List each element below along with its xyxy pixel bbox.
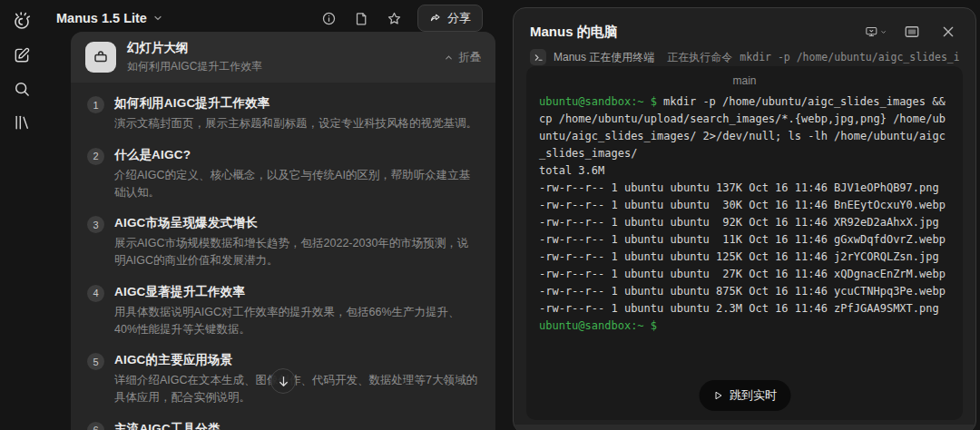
slides-icon <box>85 42 116 73</box>
terminal-window: main ubuntu@sandbox:~ $mkdir -p /home/ub… <box>526 66 963 420</box>
item-number: 6 <box>87 422 104 430</box>
terminal-prompt-end: ubuntu@sandbox:~ $ <box>539 318 950 335</box>
manus-logo-icon[interactable] <box>8 8 35 35</box>
header-actions: 分享 <box>316 5 483 32</box>
card-subtitle: 如何利用AIGC提升工作效率 <box>127 59 262 74</box>
item-desc: 详细介绍AIGC在文本生成、图像创作、代码开发、数据处理等7大领域的具体应用，配… <box>114 372 477 406</box>
item-desc: 展示AIGC市场规模数据和增长趋势，包括2022-2030年的市场预测，说明AI… <box>114 235 477 269</box>
outline-item: 6 主流AIGC工具分类 按功能分类介绍主流AIGC工具，包括文本类(ChatG… <box>87 421 477 430</box>
item-desc: 用具体数据说明AIGC对工作效率的提升效果，包括66%生产力提升、40%性能提升… <box>114 304 477 338</box>
computer-panel-header: Manus 的电脑 <box>514 8 975 46</box>
slide-outline-card-header[interactable]: 幻灯片大纲 如何利用AIGC提升工作效率 折叠 <box>71 32 495 83</box>
computer-panel-title: Manus 的电脑 <box>530 24 618 41</box>
screen-icon <box>904 24 920 40</box>
terminal-icon <box>530 49 546 65</box>
terminal-file-line: -rw-r--r-- 1 ubuntu ubuntu 92K Oct 16 11… <box>539 214 950 231</box>
jump-to-live-button[interactable]: 跳到实时 <box>699 380 790 411</box>
collapse-label: 折叠 <box>458 50 481 65</box>
outline-item: 1 如何利用AIGC提升工作效率 演示文稿封面页，展示主标题和副标题，设定专业科… <box>87 95 477 132</box>
item-title: 如何利用AIGC提升工作效率 <box>114 95 477 112</box>
terminal-file-line: -rw-r--r-- 1 ubuntu ubuntu 125K Oct 16 1… <box>539 249 950 266</box>
chevron-down-icon <box>152 13 163 24</box>
outline-item: 2 什么是AIGC? 介绍AIGC的定义、核心概念，以及它与传统AI的区别，帮助… <box>87 147 477 201</box>
terminal-file-line: -rw-r--r-- 1 ubuntu ubuntu 875K Oct 16 1… <box>539 283 950 300</box>
arrow-down-icon <box>277 375 290 388</box>
display-select-button[interactable] <box>865 21 887 43</box>
outline-item: 3 AIGC市场呈现爆发式增长 展示AIGC市场规模数据和增长趋势，包括2022… <box>87 215 477 269</box>
card-title: 幻灯片大纲 <box>127 40 262 56</box>
close-icon <box>941 24 956 39</box>
item-title: 什么是AIGC? <box>114 147 477 163</box>
session-title: Manus 1.5 Lite <box>56 11 147 25</box>
monitor-icon <box>865 24 878 40</box>
terminal-file-line: -rw-r--r-- 1 ubuntu ubuntu 137K Oct 16 1… <box>539 180 950 197</box>
status-primary: Manus 正在使用终端 <box>554 50 654 65</box>
jump-to-live-label: 跳到实时 <box>730 387 777 404</box>
terminal-file-line: -rw-r--r-- 1 ubuntu ubuntu 30K Oct 16 11… <box>539 197 950 214</box>
terminal-tab: main <box>539 74 950 87</box>
collapse-toggle[interactable]: 折叠 <box>444 50 481 65</box>
item-title: AIGC市场呈现爆发式增长 <box>114 215 477 231</box>
chevron-down-icon <box>880 28 887 36</box>
chevron-up-icon <box>444 53 454 63</box>
terminal-file-line: -rw-r--r-- 1 ubuntu ubuntu 2.3M Oct 16 1… <box>539 300 950 318</box>
item-desc: 演示文稿封面页，展示主标题和副标题，设定专业科技风格的视觉基调。 <box>114 115 477 132</box>
play-icon <box>712 390 723 401</box>
playback-bar[interactable] <box>514 425 975 430</box>
terminal-file-line: -rw-r--r-- 1 ubuntu ubuntu 27K Oct 16 11… <box>539 266 950 283</box>
share-label: 分享 <box>447 10 471 26</box>
export-file-button[interactable] <box>348 5 374 31</box>
outline-item: 4 AIGC显著提升工作效率 用具体数据说明AIGC对工作效率的提升效果，包括6… <box>87 284 477 338</box>
item-number: 4 <box>87 285 104 302</box>
search-icon[interactable] <box>8 75 35 103</box>
terminal-output: ubuntu@sandbox:~ $mkdir -p /home/ubuntu/… <box>539 93 950 335</box>
item-title: AIGC显著提升工作效率 <box>114 284 477 300</box>
computer-panel-actions <box>865 21 959 43</box>
star-icon <box>387 11 402 26</box>
file-icon <box>354 11 369 26</box>
card-titles: 幻灯片大纲 如何利用AIGC提升工作效率 <box>127 40 262 74</box>
item-number: 5 <box>87 353 104 370</box>
sidebar <box>0 0 44 430</box>
terminal-prompt: ubuntu@sandbox:~ $ <box>539 95 657 108</box>
item-title: AIGC的主要应用场景 <box>114 352 477 368</box>
computer-panel: Manus 的电脑 Manus 正在使用终端 正在执行命令 mkdir <box>513 7 976 430</box>
terminal-total-line: total 3.6M <box>539 162 950 180</box>
info-button[interactable] <box>316 5 341 31</box>
compose-icon[interactable] <box>8 42 35 69</box>
library-icon[interactable] <box>8 109 35 136</box>
item-desc: 介绍AIGC的定义、核心概念，以及它与传统AI的区别，帮助听众建立基础认知。 <box>114 167 477 201</box>
share-button[interactable]: 分享 <box>417 5 483 32</box>
item-number: 1 <box>87 96 104 113</box>
item-title: 主流AIGC工具分类 <box>114 421 477 430</box>
scroll-down-button[interactable] <box>270 368 296 394</box>
app-window: Manus 1.5 Lite 分享 幻灯片大纲 <box>0 0 980 430</box>
status-command: mkdir -p /home/ubuntu/aigc_slides_images… <box>740 51 959 64</box>
close-button[interactable] <box>937 21 959 43</box>
item-number: 2 <box>87 148 104 165</box>
session-title-dropdown[interactable]: Manus 1.5 Lite <box>56 11 163 25</box>
terminal-command-line: ubuntu@sandbox:~ $mkdir -p /home/ubuntu/… <box>539 93 950 162</box>
fullscreen-button[interactable] <box>901 21 923 43</box>
terminal-file-line: -rw-r--r-- 1 ubuntu ubuntu 11K Oct 16 11… <box>539 231 950 249</box>
share-icon <box>429 12 442 24</box>
info-icon <box>321 11 337 26</box>
status-secondary: 正在执行命令 <box>667 50 732 65</box>
slide-outline-card: 幻灯片大纲 如何利用AIGC提升工作效率 折叠 1 如何利用AIGC提升工作效率… <box>71 32 495 430</box>
item-number: 3 <box>87 216 104 233</box>
star-button[interactable] <box>381 5 407 31</box>
main-header: Manus 1.5 Lite 分享 <box>44 0 506 36</box>
